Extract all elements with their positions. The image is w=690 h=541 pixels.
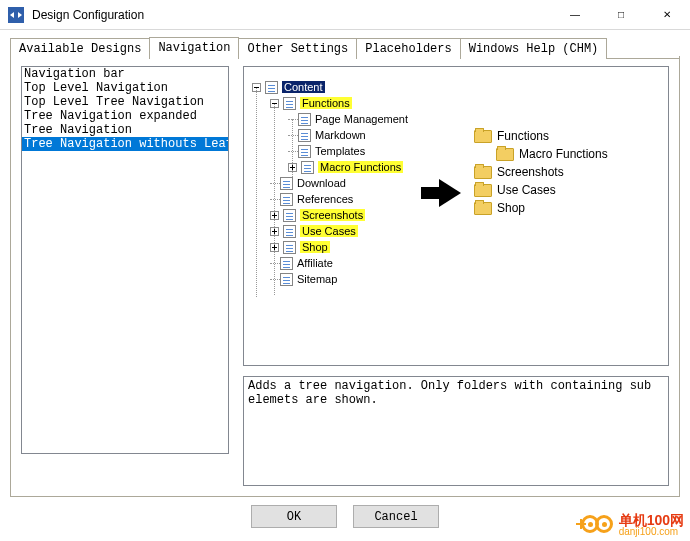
ok-button[interactable]: OK [251,505,337,528]
folder-icon [496,148,514,161]
titlebar: Design Configuration — □ ✕ [0,0,690,30]
folder-label: Use Cases [497,183,556,197]
tree-node-label: References [297,193,353,205]
list-item[interactable]: Top Level Navigation [22,81,228,95]
watermark: 单机100网 danji100.com [581,513,684,537]
tree-node-label: Download [297,177,346,189]
app-icon [8,7,24,23]
page-icon [301,161,314,174]
page-icon [283,209,296,222]
list-item[interactable]: Tree Navigation expanded [22,109,228,123]
page-icon [280,257,293,270]
folder-label: Screenshots [497,165,564,179]
tree-node-label: Markdown [315,129,366,141]
folder-label: Shop [497,201,525,215]
folder-label: Macro Functions [519,147,608,161]
cancel-button[interactable]: Cancel [353,505,439,528]
window-controls: — □ ✕ [552,0,690,29]
tree-node-label: Screenshots [300,209,365,221]
collapse-toggle-icon [270,227,279,236]
collapse-toggle-icon [270,243,279,252]
close-button[interactable]: ✕ [644,0,690,29]
expand-toggle-icon [270,99,279,108]
tree-node-label: Templates [315,145,365,157]
list-item[interactable]: Tree Navigation withouts Leafs [22,137,228,151]
folder-icon [474,130,492,143]
watermark-text: 单机100网 danji100.com [619,513,684,537]
tree-node-label: Affiliate [297,257,333,269]
preview-panel: Content Functions Page Management Markdo… [243,66,669,366]
tree-node-label: Sitemap [297,273,337,285]
page-icon [283,97,296,110]
tree-node-label: Functions [300,97,352,109]
page-icon [280,193,293,206]
list-item[interactable]: Navigation bar [22,67,228,81]
tree-node-label: Page Management [315,113,408,125]
page-icon [280,273,293,286]
folder-label: Functions [497,129,549,143]
minimize-button[interactable]: — [552,0,598,29]
navigation-type-list[interactable]: Navigation bar Top Level Navigation Top … [21,66,229,454]
tree-node-label: Use Cases [300,225,358,237]
description-box: Adds a tree navigation. Only folders wit… [243,376,669,486]
tree-node-label: Shop [300,241,330,253]
page-icon [298,113,311,126]
folder-icon [474,184,492,197]
tab-panel: Navigation bar Top Level Navigation Top … [10,56,680,497]
folder-icon [474,202,492,215]
page-icon [298,129,311,142]
watermark-icon [581,513,615,537]
page-icon [283,241,296,254]
window-title: Design Configuration [32,8,552,22]
maximize-button[interactable]: □ [598,0,644,29]
expand-toggle-icon [252,83,261,92]
collapse-toggle-icon [270,211,279,220]
page-icon [283,225,296,238]
preview-result: Functions Macro Functions Screenshots Us… [474,127,608,217]
tab-navigation[interactable]: Navigation [149,37,239,59]
page-icon [298,145,311,158]
tree-root-label: Content [282,81,325,93]
arrow-icon [439,179,461,207]
list-item[interactable]: Tree Navigation [22,123,228,137]
tabstrip: Available Designs Navigation Other Setti… [0,30,690,58]
list-item[interactable]: Top Level Tree Navigation [22,95,228,109]
collapse-toggle-icon [288,163,297,172]
page-icon [265,81,278,94]
page-icon [280,177,293,190]
folder-icon [474,166,492,179]
tree-node-label: Macro Functions [318,161,403,173]
